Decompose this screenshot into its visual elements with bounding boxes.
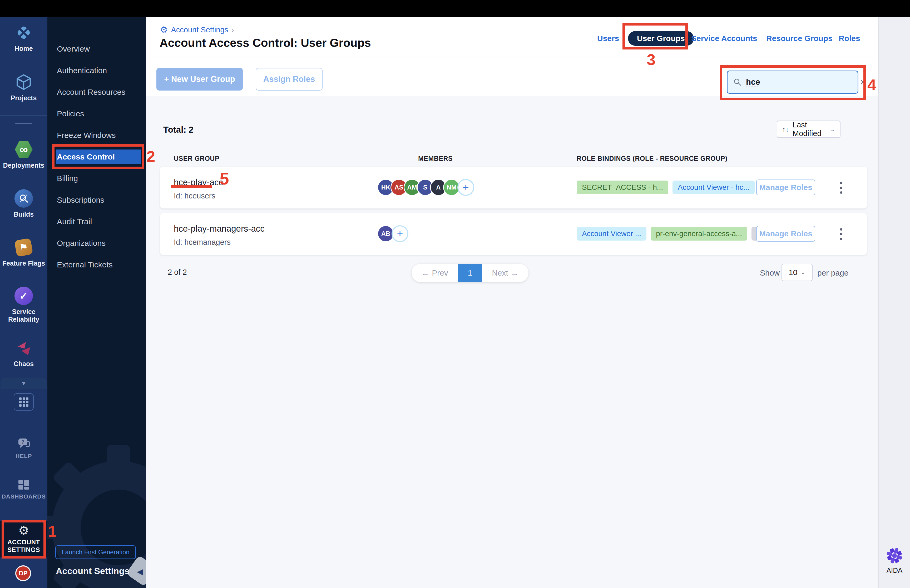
arrow-left-icon: ← [421, 268, 429, 278]
tab-user-groups[interactable]: User Groups [628, 31, 694, 46]
chevron-down-icon: ▼ [21, 380, 27, 387]
page-size-value: 10 [789, 268, 797, 277]
members-avatars: HK AS AM S A NM + [377, 179, 474, 196]
page-title: Account Access Control: User Groups [160, 36, 371, 50]
role-binding-badge[interactable]: Account Viewer ... [577, 227, 647, 241]
sidebar-item-label: Deployments [2, 162, 46, 169]
chevron-down-icon: ⌄ [830, 126, 835, 133]
main-content: ⚙ Account Settings › Account Access Cont… [146, 17, 878, 588]
aida-label: AIDA [887, 566, 903, 575]
arrow-right-icon: → [511, 268, 519, 278]
page-size-dropdown[interactable]: 10 ⌄ [782, 264, 813, 281]
aida-icon [885, 546, 904, 565]
new-user-group-button[interactable]: + New User Group [157, 68, 243, 90]
user-avatar[interactable]: DP [15, 565, 31, 581]
pagination-page-1[interactable]: 1 [458, 264, 482, 282]
menu-item-policies[interactable]: Policies [57, 106, 84, 121]
gear-icon: ⚙ [160, 25, 168, 34]
sidebar-item-label: HELP [14, 453, 34, 459]
group-name[interactable]: hce-play-acc [174, 178, 223, 187]
column-header-members: MEMBERS [418, 155, 453, 162]
tab-users[interactable]: Users [597, 31, 619, 46]
pagination-range: 2 of 2 [168, 268, 187, 277]
sidebar-item-deployments[interactable]: ∞ Deployments [0, 140, 47, 169]
sidebar-item-account-settings[interactable]: ⚙ ACCOUNT SETTINGS [0, 521, 47, 557]
sort-dropdown[interactable]: ↑↓ Last Modified ⌄ [777, 121, 840, 138]
sidebar-item-feature-flags[interactable]: ⚑ Feature Flags [0, 238, 47, 267]
settings-menu-panel: Overview Authentication Account Resource… [47, 17, 146, 588]
menu-item-authentication[interactable]: Authentication [57, 63, 107, 78]
menu-item-audit-trail[interactable]: Audit Trail [57, 214, 92, 229]
module-rail: Home Projects ∞ Deployments [0, 17, 47, 588]
right-gutter: AIDA [878, 17, 910, 588]
sidebar-item-label: Service Reliability [4, 308, 44, 323]
builds-icon [14, 189, 33, 208]
menu-item-external-tickets[interactable]: External Tickets [57, 257, 113, 272]
role-binding-badge[interactable]: pr-env-general-access-a... [651, 227, 747, 241]
sidebar-item-service-reliability[interactable]: ✓ Service Reliability [0, 286, 47, 323]
manage-roles-button[interactable]: Manage Roles [756, 179, 815, 195]
panel-title: Account Settings [56, 566, 129, 576]
menu-item-organizations[interactable]: Organizations [57, 236, 105, 250]
menu-item-subscriptions[interactable]: Subscriptions [57, 193, 104, 207]
sidebar-item-label: DASHBOARDS [0, 493, 47, 500]
tab-resource-groups[interactable]: Resource Groups [766, 31, 832, 46]
search-box: ✕ [727, 71, 858, 94]
assign-roles-button[interactable]: Assign Roles [256, 68, 323, 90]
module-picker-button[interactable] [14, 393, 34, 410]
collapse-panel-icon[interactable]: ◀ [137, 567, 143, 576]
group-name[interactable]: hce-play-managers-acc [174, 224, 265, 234]
row-menu-icon[interactable] [836, 225, 846, 243]
menu-item-account-resources[interactable]: Account Resources [57, 85, 125, 100]
sort-arrows-icon: ↑↓ [782, 125, 789, 133]
list-body: Total: 2 ↑↓ Last Modified ⌄ USER GROUP M… [146, 96, 878, 588]
svg-text:?: ? [22, 439, 24, 445]
chaos-icon [14, 338, 33, 357]
clear-search-icon[interactable]: ✕ [860, 78, 866, 87]
sidebar-item-label: Home [13, 45, 34, 52]
tab-service-accounts[interactable]: Service Accounts [691, 31, 757, 46]
sidebar-item-home[interactable]: Home [0, 23, 47, 52]
column-header-role-bindings: ROLE BINDINGS (ROLE - RESOURCE GROUP) [577, 155, 727, 162]
menu-item-access-control[interactable]: Access Control [57, 150, 141, 164]
tab-roles[interactable]: Roles [839, 31, 860, 46]
search-icon [733, 78, 742, 86]
sidebar-item-chaos[interactable]: Chaos [0, 338, 47, 368]
breadcrumb: ⚙ Account Settings › [160, 25, 234, 34]
sidebar-item-dashboards[interactable]: DASHBOARDS [0, 479, 47, 500]
row-menu-icon[interactable] [836, 179, 846, 196]
breadcrumb-link[interactable]: Account Settings [171, 26, 228, 34]
role-bindings: SECRET_ACCESS - h... Account Viewer - hc… [577, 181, 780, 194]
role-binding-badge[interactable]: SECRET_ACCESS - h... [577, 181, 668, 194]
role-binding-badge[interactable]: Account Viewer - hc... [672, 181, 755, 194]
search-input[interactable] [746, 78, 855, 87]
sidebar-item-help[interactable]: ? HELP [0, 438, 47, 459]
launch-first-generation-button[interactable]: Launch First Generation [55, 545, 136, 559]
projects-icon [14, 73, 33, 92]
menu-item-freeze-windows[interactable]: Freeze Windows [57, 128, 116, 143]
sidebar-item-builds[interactable]: Builds [0, 189, 47, 218]
user-group-row[interactable]: hce-play-managers-acc Id: hcemanagers AB… [160, 213, 867, 255]
total-count: Total: 2 [163, 125, 194, 135]
pagination-prev-button[interactable]: ← Prev [412, 264, 458, 282]
pagination-next-button[interactable]: Next → [482, 264, 529, 282]
user-group-row[interactable]: hce-play-acc Id: hceusers HK AS AM S A N… [160, 167, 867, 208]
sidebar-item-projects[interactable]: Projects [0, 73, 47, 102]
breadcrumb-separator: › [231, 26, 234, 34]
manage-roles-button[interactable]: Manage Roles [756, 226, 815, 242]
top-black-bar [0, 0, 910, 17]
service-reliability-icon: ✓ [14, 286, 33, 305]
sidebar-item-label: Builds [12, 210, 35, 218]
role-bindings: Account Viewer ... pr-env-general-access… [577, 227, 773, 241]
show-label: Show [760, 268, 780, 278]
group-id: Id: hcemanagers [174, 238, 231, 247]
menu-item-billing[interactable]: Billing [57, 171, 78, 186]
aida-widget[interactable]: AIDA [885, 546, 904, 575]
add-member-button[interactable]: + [391, 225, 408, 242]
app-window: Home Projects ∞ Deployments [0, 0, 910, 588]
apps-grid-icon [19, 397, 28, 407]
add-member-button[interactable]: + [457, 179, 474, 196]
menu-item-overview[interactable]: Overview [57, 42, 90, 57]
feature-flags-icon: ⚑ [14, 238, 33, 257]
rail-collapse-section[interactable]: ▼ [0, 378, 47, 389]
